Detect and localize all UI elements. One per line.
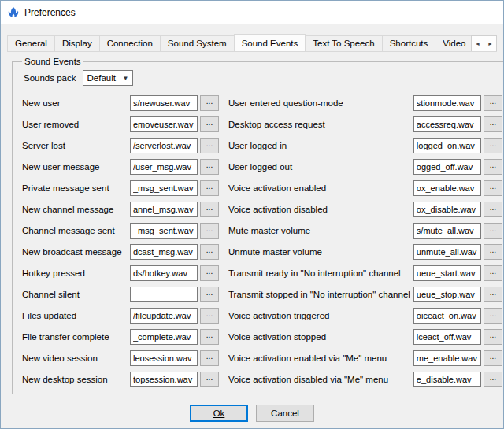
sound-file-input[interactable]	[130, 180, 198, 196]
sound-file-input[interactable]	[130, 329, 198, 345]
browse-button[interactable]: ...	[200, 159, 219, 175]
sound-event-row: Mute master volume...	[228, 223, 502, 239]
sound-file-input[interactable]	[130, 372, 198, 387]
sound-file-input[interactable]	[413, 287, 481, 302]
sound-event-label: Voice activation disabled via "Me" menu	[228, 375, 413, 384]
window-title: Preferences	[24, 7, 76, 18]
sound-event-row: User entered question-mode...	[228, 95, 502, 111]
sound-event-label: User logged out	[228, 162, 413, 172]
sound-file-input[interactable]	[130, 159, 198, 175]
browse-button[interactable]: ...	[200, 329, 219, 345]
sound-file-input[interactable]	[413, 244, 481, 260]
browse-button[interactable]: ...	[484, 265, 502, 281]
sound-file-input[interactable]	[130, 287, 198, 302]
browse-button[interactable]: ...	[200, 350, 219, 366]
browse-button[interactable]: ...	[484, 244, 502, 260]
titlebar[interactable]: Preferences	[1, 1, 503, 24]
sound-event-row: Files updated...	[22, 308, 219, 324]
sound-file-input[interactable]	[130, 265, 198, 281]
sound-event-label: User logged in	[228, 141, 413, 150]
sound-file-input[interactable]	[413, 95, 481, 111]
tab-shortcuts[interactable]: Shortcuts	[382, 35, 436, 51]
tab-text-to-speech[interactable]: Text To Speech	[305, 35, 382, 51]
sound-file-input[interactable]	[413, 159, 481, 175]
sound-file-input[interactable]	[413, 116, 481, 132]
sound-event-row: Channel silent...	[22, 287, 219, 302]
sound-file-input[interactable]	[413, 138, 481, 153]
sound-event-label: Unmute master volume	[228, 247, 413, 257]
sound-file-input[interactable]	[413, 308, 481, 324]
sound-file-input[interactable]	[413, 202, 481, 217]
sound-file-input[interactable]	[413, 372, 481, 387]
browse-button[interactable]: ...	[484, 329, 502, 345]
browse-button[interactable]: ...	[200, 202, 219, 217]
sounds-pack-row: Sounds pack Default ▼	[24, 70, 502, 86]
sound-event-row: Voice activation disabled...	[228, 202, 502, 217]
sound-event-label: Hotkey pressed	[22, 268, 130, 278]
browse-button[interactable]: ...	[484, 287, 502, 302]
sound-event-label: Voice activation triggered	[228, 311, 413, 320]
browse-button[interactable]: ...	[484, 116, 502, 132]
sound-file-input[interactable]	[130, 202, 198, 217]
sound-events-columns: New user...User removed...Server lost...…	[22, 95, 502, 387]
sounds-pack-select[interactable]: Default ▼	[83, 70, 133, 86]
sound-file-input[interactable]	[130, 138, 198, 153]
sound-file-input[interactable]	[130, 350, 198, 366]
sound-event-row: File transfer complete...	[22, 329, 219, 345]
sound-event-row: Voice activation disabled via "Me" menu.…	[228, 372, 502, 387]
group-title: Sound Events	[22, 57, 83, 66]
browse-button[interactable]: ...	[200, 287, 219, 302]
browse-button[interactable]: ...	[200, 308, 219, 324]
browse-button[interactable]: ...	[484, 308, 502, 324]
sound-event-label: Channel silent	[22, 290, 130, 299]
sound-file-input[interactable]	[130, 244, 198, 260]
sound-file-input[interactable]	[413, 350, 481, 366]
sound-event-label: New video session	[22, 353, 130, 363]
browse-button[interactable]: ...	[200, 138, 219, 153]
sound-event-label: New channel message	[22, 205, 130, 214]
sound-event-row: Voice activation enabled via "Me" menu..…	[228, 350, 502, 366]
browse-button[interactable]: ...	[200, 244, 219, 260]
sound-file-input[interactable]	[413, 265, 481, 281]
sound-event-row: New channel message...	[22, 202, 219, 217]
sound-event-row: New broadcast message...	[22, 244, 219, 260]
ok-button[interactable]: Ok	[190, 405, 248, 422]
tab-video[interactable]: Video	[435, 35, 473, 51]
tab-connection[interactable]: Connection	[99, 35, 161, 51]
tab-scroll-right-button[interactable]: ►	[484, 35, 497, 52]
cancel-button[interactable]: Cancel	[256, 405, 314, 422]
sound-file-input[interactable]	[130, 116, 198, 132]
sound-file-input[interactable]	[130, 308, 198, 324]
browse-button[interactable]: ...	[484, 138, 502, 153]
sound-event-row: Transmit stopped in "No interruption" ch…	[228, 287, 502, 302]
tab-sound-system[interactable]: Sound System	[160, 35, 235, 51]
browse-button[interactable]: ...	[200, 95, 219, 111]
sound-file-input[interactable]	[130, 223, 198, 239]
browse-button[interactable]: ...	[200, 180, 219, 196]
browse-button[interactable]: ...	[200, 223, 219, 239]
sounds-pack-value: Default	[87, 73, 116, 83]
browse-button[interactable]: ...	[200, 265, 219, 281]
browse-button[interactable]: ...	[484, 202, 502, 217]
browse-button[interactable]: ...	[200, 372, 219, 387]
tab-general[interactable]: General	[7, 35, 55, 51]
dialog-footer: Ok Cancel	[1, 405, 503, 422]
tab-display[interactable]: Display	[54, 35, 100, 51]
sound-file-input[interactable]	[413, 223, 481, 239]
sound-file-input[interactable]	[413, 180, 481, 196]
browse-button[interactable]: ...	[484, 223, 502, 239]
sound-event-row: New video session...	[22, 350, 219, 366]
sound-event-label: Voice activation disabled	[228, 205, 413, 214]
browse-button[interactable]: ...	[484, 95, 502, 111]
browse-button[interactable]: ...	[484, 372, 502, 387]
browse-button[interactable]: ...	[484, 350, 502, 366]
sound-file-input[interactable]	[413, 329, 481, 345]
browse-button[interactable]: ...	[484, 159, 502, 175]
browse-button[interactable]: ...	[484, 180, 502, 196]
tab-sound-events[interactable]: Sound Events	[234, 34, 306, 52]
tab-scroll-left-button[interactable]: ◄	[471, 35, 484, 52]
sound-event-label: Mute master volume	[228, 226, 413, 235]
browse-button[interactable]: ...	[200, 116, 219, 132]
preferences-window: Preferences GeneralDisplayConnectionSoun…	[0, 0, 504, 429]
sound-file-input[interactable]	[130, 95, 198, 111]
